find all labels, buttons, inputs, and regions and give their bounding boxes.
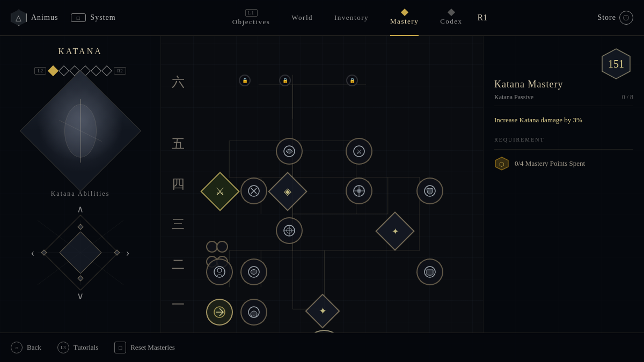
node-diamond-r1: ✦ — [305, 293, 340, 328]
nav-item-objectives[interactable]: L1 Objectives — [222, 0, 281, 36]
node-r1-left[interactable] — [206, 299, 233, 326]
req-hex-icon: ⬡ — [494, 156, 509, 171]
codex-diamond-icon — [448, 9, 455, 16]
node-r2-right[interactable] — [416, 258, 443, 285]
weapon-image — [19, 70, 141, 191]
node-circle-r3-small2 — [216, 241, 228, 253]
node-r1-diamond[interactable]: ✦ — [310, 299, 335, 323]
rank-key-r2[interactable]: R2 — [114, 67, 126, 75]
desc-text: Increase Katana damage by — [494, 116, 573, 124]
rank-label-6: 六 — [172, 73, 185, 91]
right-panel: 151 Katana Mastery Katana Passive 0 / 8 … — [483, 36, 644, 333]
svg-point-42 — [217, 268, 222, 272]
node-circle-r5-center — [276, 138, 303, 165]
node-r1-mid[interactable] — [240, 299, 267, 326]
left-panel: KATANA L2 R2 Katana Abilities ∧ — [0, 36, 161, 333]
node-circle-r6-2: 🔒 — [279, 75, 291, 86]
arrow-left[interactable]: ‹ — [31, 247, 35, 259]
inventory-label: Inventory — [334, 13, 369, 22]
node-r6-1[interactable]: 🔒 — [239, 75, 251, 86]
skill-tree-area: 六 五 四 三 二 一 🔒 🔒 🔒 — [161, 36, 483, 333]
node-circle-r3-center — [276, 217, 303, 244]
node-r4-right1[interactable] — [346, 178, 372, 204]
desc-percent: 3% — [573, 116, 582, 124]
rank-dot-2 — [58, 65, 69, 76]
tutorials-button[interactable]: L3 Tutorials — [57, 342, 98, 353]
objectives-label: Objectives — [232, 18, 270, 26]
store-button[interactable]: Store ⓘ — [597, 11, 633, 25]
back-button[interactable]: ○ Back — [11, 342, 41, 353]
arrow-up[interactable]: ∧ — [77, 203, 84, 215]
bottom-bar: ○ Back L3 Tutorials □ Reset Masteries — [0, 333, 644, 362]
nav-left: △ Animus □ System — [0, 10, 127, 26]
passive-label: Katana Passive — [494, 93, 533, 101]
rank-key-l2[interactable]: L2 — [34, 67, 46, 75]
node-diamond-r3-right: ✦ — [375, 211, 415, 251]
nav-system[interactable]: □ System — [71, 13, 115, 22]
svg-text:⚔: ⚔ — [356, 148, 362, 156]
weapon-svg — [38, 88, 123, 173]
svg-point-2 — [64, 105, 96, 158]
nav-right: Store ⓘ — [587, 11, 644, 25]
node-circle-r2-left — [206, 258, 233, 285]
store-icon: ⓘ — [619, 11, 633, 25]
world-label: World — [291, 13, 313, 22]
arrow-down[interactable]: ∨ — [77, 290, 84, 302]
arrow-right[interactable]: › — [126, 247, 130, 259]
mastery-counter: 151 — [599, 47, 633, 81]
node-r3-right[interactable]: ✦ — [381, 217, 409, 245]
req-icon-container: ⬡ — [494, 156, 509, 171]
mastery-count-value: 151 — [599, 47, 633, 81]
weapon-title: KATANA — [58, 47, 103, 56]
requirement-label: REQUIREMENT — [494, 137, 633, 143]
reset-button[interactable]: □ Reset Masteries — [114, 342, 175, 353]
tutorials-icon: L3 — [57, 342, 69, 353]
rank-label-2: 二 — [172, 256, 185, 273]
node-r2-mid[interactable] — [240, 258, 267, 285]
nav-item-inventory[interactable]: Inventory — [324, 0, 379, 36]
rank-label-1: 一 — [172, 296, 185, 313]
nav-bar: △ Animus □ System L1 Objectives World In… — [0, 0, 644, 36]
mastery-label: Mastery — [390, 17, 419, 26]
node-r3-small2[interactable] — [216, 241, 228, 253]
node-r4-left[interactable]: ⚔ — [206, 178, 234, 205]
node-circle-r1-mid — [240, 299, 267, 326]
node-circle-r1-left — [206, 299, 233, 326]
node-r3-center[interactable] — [276, 217, 303, 244]
node-circle-r6-1: 🔒 — [239, 75, 251, 86]
node-r4-mid1[interactable] — [240, 178, 267, 204]
reset-icon: □ — [114, 342, 126, 353]
system-icon: □ — [71, 13, 86, 22]
codex-label: Codex — [440, 17, 462, 26]
node-circle-r4-mid1 — [240, 178, 267, 204]
rank-label-4: 四 — [172, 175, 185, 193]
nav-item-mastery[interactable]: Mastery — [379, 0, 429, 36]
requirement-item: ⬡ 0/4 Mastery Points Spent — [494, 156, 633, 171]
node-r2-left[interactable] — [206, 258, 233, 285]
node-circle-r6-3: 🔒 — [346, 75, 358, 86]
nav-animus[interactable]: △ Animus — [11, 10, 58, 26]
node-r5-center[interactable] — [276, 138, 303, 165]
nav-item-world[interactable]: World — [281, 0, 324, 36]
back-label: Back — [27, 343, 41, 352]
store-label: Store — [597, 13, 616, 22]
node-r5-right[interactable]: ⚔ — [346, 138, 372, 165]
node-r6-2[interactable]: 🔒 — [279, 75, 291, 86]
node-r4-right2[interactable] — [416, 178, 443, 204]
rank-label-5: 五 — [172, 135, 185, 152]
system-label: System — [90, 13, 115, 22]
rank-dot-5 — [91, 65, 101, 76]
node-circle-r4-right1 — [346, 178, 372, 204]
mastery-diamond-icon — [401, 9, 408, 16]
skill-tree-canvas: 六 五 四 三 二 一 🔒 🔒 🔒 — [161, 36, 483, 333]
node-circle-r5-right: ⚔ — [346, 138, 372, 165]
tutorials-label: Tutorials — [74, 343, 98, 352]
nav-item-codex[interactable]: Codex — [429, 0, 473, 36]
node-r6-3[interactable]: 🔒 — [346, 75, 358, 86]
mastery-description: Increase Katana damage by 3% — [494, 115, 633, 126]
back-icon: ○ — [11, 342, 23, 353]
node-r4-mid2[interactable]: ◈ — [274, 178, 302, 205]
node-diamond-r4-left: ⚔ — [200, 172, 240, 211]
objectives-key: L1 — [245, 9, 258, 17]
rank-label-3: 三 — [172, 216, 185, 233]
